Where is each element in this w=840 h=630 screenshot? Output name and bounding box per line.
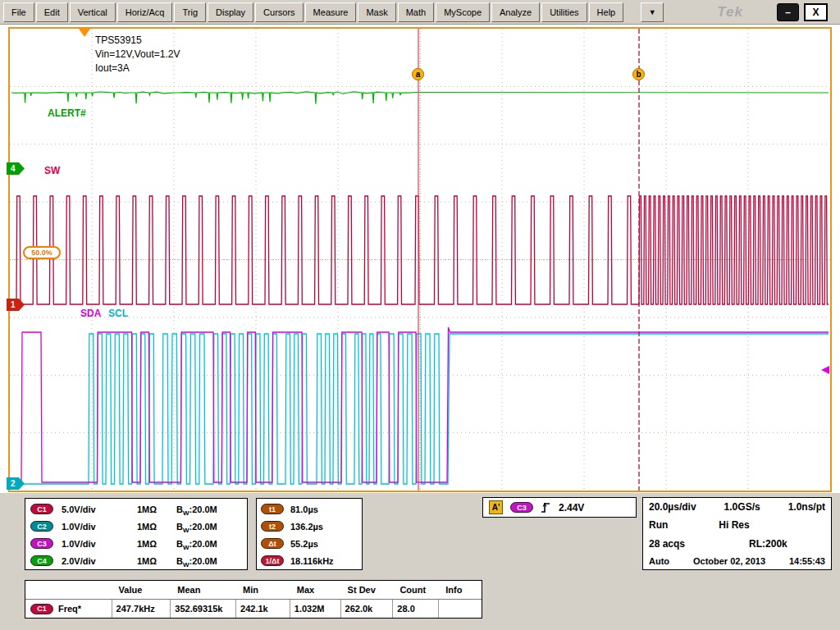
cursor-row-delta-t: Δt 55.2µs [257,535,362,552]
run-state: Run [649,519,668,531]
sample-rate: 1.0GS/s [724,501,760,513]
acq-count: 28 acqs [649,538,685,550]
menu-item-measure[interactable]: Measure [305,2,357,22]
trigger-position-icon[interactable] [79,29,90,37]
acq-mode: Hi Res [719,519,749,531]
time-text: 14:55:43 [789,556,825,566]
date-text: October 02, 2013 [693,556,765,566]
menu-item-edit[interactable]: Edit [36,2,68,22]
channel-scale-c4: 2.0V/div [62,556,137,566]
cursor-value-t1: 81.0µs [290,504,318,514]
annotation-line-1: TPS53915 [95,34,180,48]
measurement-count: 28.0 [392,600,438,618]
cursor-row-t2: t2 136.2µs [257,518,362,535]
cursor-row-inv-delta-t: 1/Δt 18.116kHz [257,552,362,569]
trigger-a-badge[interactable]: A' [489,500,503,514]
measurement-header-stdev: St Dev [340,581,393,599]
trace-label-alert: ALERT# [48,107,86,119]
cursor-value-t2: 136.2µs [290,522,323,532]
cursor-badge-inv-delta-t: 1/Δt [261,555,284,566]
menu-item-myscope[interactable]: MyScope [436,2,490,22]
trigger-source-badge[interactable]: C3 [510,502,533,513]
annotation-block: TPS53915 Vin=12V,Vout=1.2V Iout=3A [95,34,180,75]
channel-bw-c3: BW:20.0M [176,539,217,549]
menu-item-analyze[interactable]: Analyze [491,2,540,22]
menu-item-math[interactable]: Math [398,2,434,22]
menu-item-help[interactable]: Help [589,2,624,22]
menu-item-file[interactable]: File [3,2,34,22]
cursor-readout-panel: t1 81.0µs t2 136.2µs Δt 55.2µs 1/Δt 18.1… [256,498,363,570]
measurement-row-freq[interactable]: C1 Freq* 247.7kHz 352.69315k 242.1k 1.03… [25,599,482,618]
measurement-source-cell: C1 Freq* [25,600,112,618]
measurement-min: 242.1k [235,600,290,618]
cursor-badge-delta-t: Δt [261,538,284,549]
measurement-header-count: Count [392,581,438,599]
menu-dropdown-button[interactable]: ▼ [641,2,664,22]
measurement-header-info: Info [438,581,482,599]
menu-bar: File Edit Vertical Horiz/Acq Trig Displa… [0,0,840,25]
menu-item-horiz-acq[interactable]: Horiz/Acq [117,2,173,22]
channel-scale-c1: 5.0V/div [62,504,137,514]
tek-logo: Tek [717,4,743,21]
cursor-value-delta-t: 55.2µs [290,539,318,549]
menu-item-mask[interactable]: Mask [358,2,395,22]
menu-item-utilities[interactable]: Utilities [541,2,587,22]
timebase-scale: 20.0µs/div [649,501,696,513]
trigger-level-arrow-icon [821,366,829,374]
minimize-button[interactable]: – [777,3,799,21]
channel-row-c3[interactable]: C3 1.0V/div 1MΩ BW:20.0M [25,535,247,552]
trace-label-sda: SDA [80,308,101,319]
channel-row-c2[interactable]: C2 1.0V/div 1MΩ BW:20.0M [25,518,247,535]
trace-label-sw: SW [44,165,60,176]
channel-row-c1[interactable]: C1 5.0V/div 1MΩ BW:20.0M [25,500,247,518]
close-button[interactable]: X [804,3,828,21]
measurement-header-blank [25,581,112,599]
acquisition-readout-panel: 20.0µs/div 1.0GS/s 1.0ns/pt Run Hi Res 2… [642,497,832,570]
annotation-line-3: Iout=3A [95,62,180,75]
acq-count-row: 28 acqs RL:200k [649,538,825,550]
channel-row-c4[interactable]: C4 2.0V/div 1MΩ BW:20.0M [25,552,247,569]
trace-label-scl: SCL [108,308,128,319]
measurement-header-row: Value Mean Min Max St Dev Count Info [25,581,482,599]
measurement-header-max: Max [290,581,340,599]
cursor-badge-t1: t1 [261,504,284,514]
cursor-row-t1: t1 81.0µs [257,500,362,518]
waveform-display: TPS53915 Vin=12V,Vout=1.2V Iout=3A ALERT… [8,27,832,492]
timebase-row: 20.0µs/div 1.0GS/s 1.0ns/pt [649,501,825,513]
measurement-stdev: 262.0k [340,600,393,618]
channel-bw-c1: BW:20.0M [176,504,217,514]
measurement-value: 247.7kHz [112,600,171,618]
datetime-row: Auto October 02, 2013 14:55:43 [649,556,825,566]
channel-scale-c3: 1.0V/div [62,539,137,549]
trigger-mode: Auto [649,556,669,566]
cursor-b-handle[interactable]: b [632,68,645,80]
trigger-readout-panel[interactable]: A' C3 2.44V [482,497,637,518]
channel-scale-c2: 1.0V/div [62,522,137,532]
measurement-mean: 352.69315k [170,600,235,618]
measurement-info [438,600,482,618]
channel-badge-c1[interactable]: C1 [30,504,53,514]
cursor-badge-t2: t2 [261,521,284,532]
channel-badge-c2[interactable]: C2 [30,521,53,532]
sample-resolution: 1.0ns/pt [788,501,825,513]
measurement-header-min: Min [235,581,290,599]
menu-item-vertical[interactable]: Vertical [70,2,116,22]
measurement-header-value: Value [112,581,171,599]
menu-item-display[interactable]: Display [208,2,253,22]
channel-badge-c3[interactable]: C3 [30,538,53,549]
measurement-header-mean: Mean [170,581,235,599]
channel-badge-c4[interactable]: C4 [30,555,53,566]
measurement-name: Freq* [58,604,81,614]
measurement-source-badge[interactable]: C1 [30,604,53,614]
menu-item-trig[interactable]: Trig [174,2,206,22]
cursor-a-handle[interactable]: a [412,68,424,80]
channel-readout-panel: C1 5.0V/div 1MΩ BW:20.0M C2 1.0V/div 1MΩ… [25,498,248,570]
channel-bw-c4: BW:20.0M [176,556,217,566]
run-state-row: Run Hi Res [649,519,825,531]
cursor-value-inv-delta-t: 18.116kHz [290,556,334,566]
measurement-max: 1.032M [290,600,340,618]
annotation-line-2: Vin=12V,Vout=1.2V [95,48,180,62]
menu-item-cursors[interactable]: Cursors [255,2,304,22]
measurement-table: Value Mean Min Max St Dev Count Info C1 … [25,580,482,619]
trigger-level-percent-badge: 50.0% [23,246,61,259]
